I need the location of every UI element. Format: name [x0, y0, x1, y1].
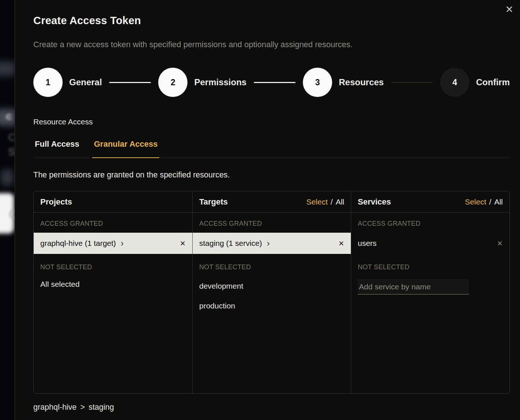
- services-select-separator: /: [489, 198, 491, 206]
- step-4-label: Confirm: [476, 77, 510, 87]
- targets-column-title: Targets: [199, 197, 228, 207]
- background-blob: [0, 61, 15, 76]
- services-column-header: Services Select / All: [351, 191, 509, 213]
- remove-service-icon[interactable]: ✕: [497, 239, 503, 247]
- blurred-background-page: c C S C: [0, 0, 15, 420]
- projects-column: Projects ACCESS GRANTED graphql-hive (1 …: [34, 191, 192, 393]
- step-3-label: Resources: [339, 77, 384, 87]
- selected-project-label: graphql-hive (1 target): [40, 239, 116, 248]
- services-column-title: Services: [358, 197, 391, 207]
- step-connector: [109, 82, 151, 83]
- selected-target-label: staging (1 service): [199, 239, 262, 248]
- step-connector: [254, 82, 296, 83]
- breadcrumb-target: staging: [89, 403, 114, 412]
- background-text-fragment: C: [8, 131, 15, 143]
- services-select-all: Select / All: [465, 198, 503, 206]
- granted-service-row[interactable]: users ✕: [351, 233, 509, 254]
- targets-column-header: Targets Select / All: [193, 191, 351, 213]
- targets-access-granted-label: ACCESS GRANTED: [193, 213, 351, 233]
- services-not-selected-label: NOT SELECTED: [351, 254, 509, 276]
- projects-all-selected-note: All selected: [34, 276, 192, 292]
- step-connector: [391, 82, 433, 83]
- granted-service-label: users: [358, 239, 376, 248]
- stepper: 1 General 2 Permissions 3 Resources 4 Co…: [33, 68, 510, 97]
- dialog-subtitle: Create a new access token with specified…: [33, 40, 510, 49]
- target-item-production[interactable]: production: [193, 296, 351, 316]
- projects-column-title: Projects: [40, 197, 72, 207]
- target-item-development[interactable]: development: [193, 276, 351, 296]
- tab-full-access[interactable]: Full Access: [33, 139, 81, 158]
- step-permissions: 2 Permissions: [158, 68, 246, 97]
- projects-not-selected-label: NOT SELECTED: [34, 254, 192, 276]
- granular-access-description: The permissions are granted on the speci…: [33, 170, 510, 180]
- targets-select-all: Select / All: [306, 198, 344, 206]
- targets-select-link[interactable]: Select: [306, 198, 327, 206]
- remove-project-icon[interactable]: ✕: [180, 239, 186, 247]
- selected-project-row[interactable]: graphql-hive (1 target) › ✕: [34, 233, 192, 254]
- breadcrumb-separator: >: [80, 403, 85, 412]
- projects-column-header: Projects: [34, 191, 192, 213]
- resource-selection-table: Projects ACCESS GRANTED graphql-hive (1 …: [33, 191, 510, 394]
- step-resources: 3 Resources: [303, 68, 384, 97]
- add-service-input[interactable]: [358, 279, 469, 295]
- step-1-label: General: [69, 77, 102, 87]
- services-column: Services Select / All ACCESS GRANTED use…: [351, 191, 509, 393]
- projects-access-granted-label: ACCESS GRANTED: [34, 213, 192, 233]
- step-2-circle: 2: [158, 68, 187, 97]
- remove-target-icon[interactable]: ✕: [338, 239, 344, 247]
- create-access-token-dialog: ✕ Create Access Token Create a new acces…: [15, 0, 520, 420]
- step-2-label: Permissions: [194, 77, 246, 87]
- breadcrumb-project: graphql-hive: [33, 403, 77, 412]
- chevron-right-icon: ›: [121, 239, 124, 248]
- services-access-granted-label: ACCESS GRANTED: [351, 213, 509, 233]
- background-text-fragment: S: [8, 146, 15, 158]
- background-blob: [1, 169, 13, 185]
- targets-column: Targets Select / All ACCESS GRANTED stag…: [192, 191, 351, 393]
- background-text-fragment: c: [6, 110, 12, 122]
- step-3-circle: 3: [303, 68, 332, 97]
- chevron-right-icon: ›: [267, 239, 270, 248]
- step-4-circle: 4: [440, 68, 469, 97]
- access-mode-tabs: Full Access Granular Access: [33, 139, 510, 158]
- targets-not-selected-label: NOT SELECTED: [193, 254, 351, 276]
- services-all-link[interactable]: All: [494, 198, 503, 206]
- breadcrumb: graphql-hive > staging: [33, 403, 510, 412]
- close-icon[interactable]: ✕: [505, 4, 513, 14]
- tab-granular-access[interactable]: Granular Access: [92, 139, 159, 158]
- step-confirm: 4 Confirm: [440, 68, 510, 97]
- selected-target-row[interactable]: staging (1 service) › ✕: [193, 233, 351, 254]
- targets-all-link[interactable]: All: [336, 198, 344, 206]
- dialog-title: Create Access Token: [33, 15, 510, 27]
- targets-select-separator: /: [331, 198, 333, 206]
- step-1-circle: 1: [33, 68, 63, 97]
- step-general: 1 General: [33, 68, 102, 97]
- services-select-link[interactable]: Select: [465, 198, 486, 206]
- background-text-fragment: C: [9, 207, 15, 221]
- resource-access-heading: Resource Access: [33, 117, 510, 126]
